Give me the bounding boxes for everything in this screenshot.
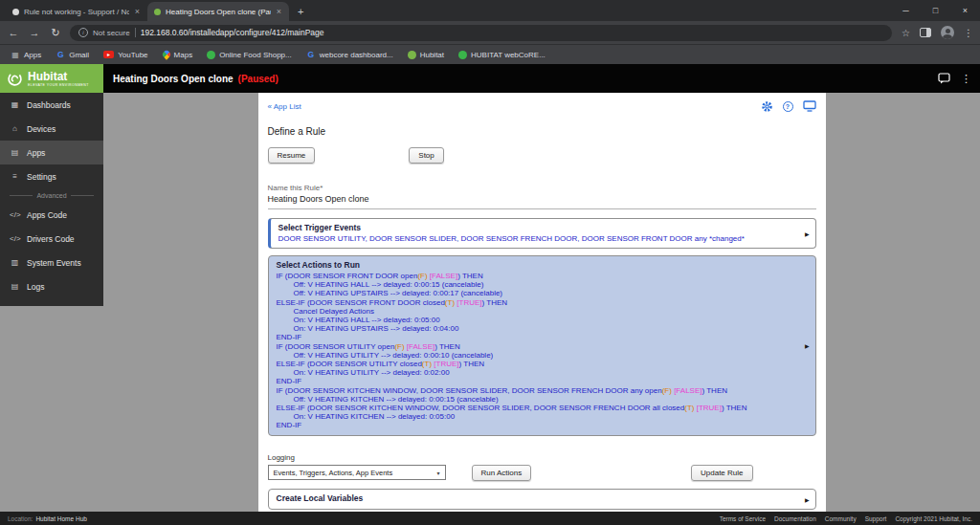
sidebar-item-logs[interactable]: ▤Logs (0, 274, 103, 298)
sidebar-item-settings[interactable]: ≡Settings (0, 164, 103, 188)
window-controls: ─ □ × (891, 0, 980, 21)
gear-icon[interactable] (761, 100, 773, 113)
maps-icon (161, 49, 171, 59)
rule-line: ELSE-IF (DOOR SENSOR FRONT DOOR closed(T… (277, 298, 798, 307)
browser-tab[interactable]: Rule not working - Support / No...× (6, 2, 147, 21)
toolbar-icons: ☆ ⋮ (902, 26, 973, 39)
rule-line: Off: V HEATING UPSTAIRS --> delayed: 0:0… (277, 289, 798, 297)
rule-line: Off: V HEATING HALL --> delayed: 0:00:15… (277, 280, 798, 289)
tab-close-icon[interactable]: × (134, 7, 141, 16)
bookmark-item[interactable]: ▦Apps (11, 50, 41, 59)
sidebar-item-label: Devices (27, 124, 56, 134)
side-panel-icon[interactable] (920, 28, 931, 37)
local-variables-title: Create Local Variables (277, 493, 798, 503)
bookmark-item[interactable]: Maps (163, 51, 193, 59)
rule-line: ELSE-IF (DOOR SENSOR UTILITY closed(T) [… (277, 360, 798, 368)
trigger-section-content: DOOR SENSOR UTILITY, DOOR SENSOR SLIDER,… (278, 234, 798, 243)
browser-toolbar: ← → ↻ i Not secure 192.168.0.60/installe… (0, 21, 980, 44)
sidebar-item-drivers-code[interactable]: </>Drivers Code (0, 227, 103, 251)
bookmark-item[interactable]: Gwebcore dashboard... (306, 50, 393, 59)
bookmark-label: Online Food Shopp... (219, 51, 292, 59)
bookmark-label: Gmail (69, 51, 89, 59)
app-list-back-link[interactable]: « App List (268, 102, 301, 111)
footer-link[interactable]: Terms of Service (720, 515, 766, 522)
refresh-icon[interactable]: ↻ (49, 27, 62, 39)
chat-icon[interactable] (938, 73, 950, 84)
back-icon[interactable]: ← (7, 27, 20, 38)
chevron-down-icon: ▾ (436, 470, 439, 476)
rule-line: END-IF (277, 333, 798, 341)
bookmarks-bar: ▦AppsGGmailYouTubeMapsOnline Food Shopp.… (0, 44, 980, 64)
display-icon[interactable] (803, 100, 816, 112)
bookmark-item[interactable]: GGmail (56, 50, 89, 59)
update-rule-button[interactable]: Update Rule (691, 465, 752, 481)
divider-line (71, 195, 94, 196)
actions-section-title: Select Actions to Run (277, 260, 798, 270)
rule-line: ELSE-IF (DOOR SENSOR KITCHEN WINDOW, DOO… (277, 404, 798, 412)
profile-avatar[interactable] (941, 26, 954, 39)
logs-icon: ▤ (10, 282, 20, 291)
actions-section[interactable]: Select Actions to Run IF (DOOR SENSOR FR… (268, 255, 816, 436)
rule-line: IF (DOOR SENSOR FRONT DOOR open(F) [FALS… (277, 272, 798, 280)
tab-list: Rule not working - Support / No...×Heati… (6, 2, 289, 21)
help-icon[interactable]: ? (783, 101, 793, 112)
footer-links: Terms of ServiceDocumentationCommunitySu… (720, 515, 972, 522)
tab-close-icon[interactable]: × (276, 7, 282, 16)
bookmark-star-icon[interactable]: ☆ (902, 28, 910, 38)
drivers-code-icon: </> (10, 234, 20, 243)
url-bar[interactable]: i Not secure 192.168.0.60/installedapp/c… (70, 25, 892, 41)
bookmark-item[interactable]: Online Food Shopp... (207, 51, 292, 59)
tab-favicon (154, 9, 161, 15)
forward-icon[interactable]: → (28, 27, 41, 38)
rule-line: On: V HEATING UPSTAIRS --> delayed: 0:04… (277, 324, 798, 333)
resume-button[interactable]: Resume (268, 147, 316, 164)
sidebar-item-devices[interactable]: ⌂Devices (0, 117, 103, 141)
app-title-text: Heating Doors Open clone (113, 74, 234, 84)
local-variables-section[interactable]: Create Local Variables ▶ (268, 489, 816, 510)
url-text: 192.168.0.60/installedapp/configure/412/… (141, 28, 324, 37)
devices-icon: ⌂ (10, 124, 20, 133)
logging-selected-value: Events, Triggers, Actions, App Events (274, 469, 393, 477)
sidebar-item-apps[interactable]: ▤Apps (0, 141, 103, 164)
close-icon[interactable]: × (950, 0, 980, 21)
sidebar-divider: Advanced (0, 188, 103, 203)
header-menu-icon[interactable]: ⋮ (961, 73, 971, 85)
page-area: « App List ? Define a Rule (103, 93, 980, 512)
maximize-icon[interactable]: □ (921, 0, 950, 21)
logging-level-select[interactable]: Events, Triggers, Actions, App Events ▾ (268, 465, 446, 480)
bookmark-item[interactable]: HUBITAT webCoRE... (458, 51, 546, 59)
stop-button[interactable]: Stop (409, 147, 443, 164)
sidebar-item-apps-code[interactable]: </>Apps Code (0, 203, 103, 227)
sidebar-item-dashboards[interactable]: ▦Dashboards (0, 93, 103, 117)
browser-tab[interactable]: Heating Doors Open clone (Pau...× (147, 2, 289, 21)
rule-name-input[interactable]: Heating Doors Open clone (268, 194, 816, 209)
footer-link[interactable]: Documentation (774, 515, 816, 522)
logging-controls-row: Events, Triggers, Actions, App Events ▾ … (268, 465, 816, 481)
brand-name: Hubitat (28, 71, 89, 82)
info-icon: i (78, 28, 88, 37)
minimize-icon[interactable]: ─ (891, 0, 921, 21)
sidebar-item-label: Settings (27, 172, 56, 182)
apps-icon: ▤ (10, 148, 20, 157)
hubitat-logo[interactable]: Hubitat ELEVATE YOUR ENVIRONMENT (0, 64, 103, 93)
trigger-events-section[interactable]: Select Trigger Events DOOR SENSOR UTILIT… (268, 218, 816, 249)
green-dot-icon (207, 51, 215, 59)
expand-arrow-icon: ▶ (805, 342, 810, 349)
dashboards-icon: ▦ (10, 100, 20, 109)
new-tab-button[interactable]: + (298, 6, 303, 17)
browser-menu-icon[interactable]: ⋮ (964, 28, 973, 38)
browser-tab-bar: Rule not working - Support / No...×Heati… (0, 0, 980, 21)
tab-title: Heating Doors Open clone (Pau... (166, 8, 271, 16)
hubitat-dot-icon (408, 51, 416, 59)
app-title: Heating Doors Open clone (Paused) (103, 64, 278, 93)
run-actions-button[interactable]: Run Actions (472, 465, 532, 481)
hubitat-logo-icon (7, 71, 23, 87)
footer-link[interactable]: Community (825, 515, 857, 522)
card-top-row: « App List ? (268, 99, 816, 113)
rule-line: Cancel Delayed Actions (277, 307, 798, 316)
bookmark-item[interactable]: Hubitat (408, 51, 444, 59)
sidebar-item-system-events[interactable]: ▥System Events (0, 251, 103, 274)
security-label: Not secure (93, 29, 130, 37)
footer-link[interactable]: Support (865, 515, 887, 522)
bookmark-item[interactable]: YouTube (103, 51, 147, 59)
